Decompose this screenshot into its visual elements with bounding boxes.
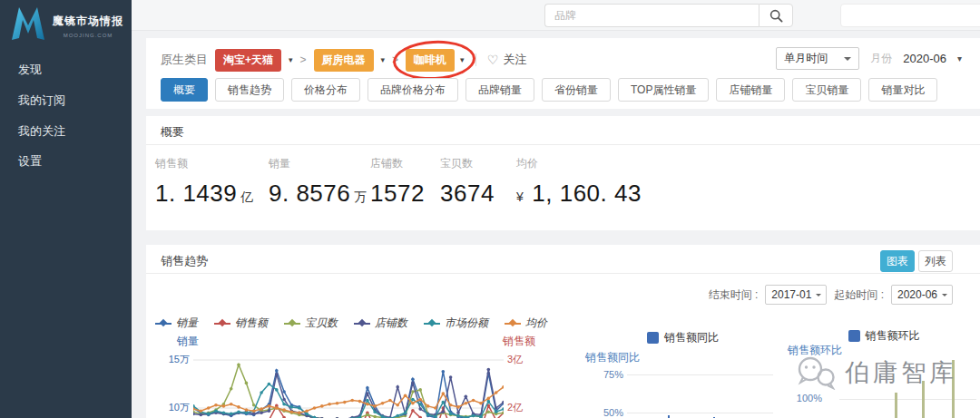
search-input[interactable] bbox=[544, 4, 759, 27]
tab-province-sales[interactable]: 省份销量 bbox=[542, 78, 611, 102]
chevron-down-icon[interactable]: ▾ bbox=[381, 55, 386, 64]
follow-label: 关注 bbox=[503, 52, 526, 68]
chevron-down-icon[interactable]: ▾ bbox=[460, 55, 465, 64]
app-subtitle: MOOJING.COM bbox=[53, 33, 123, 38]
breadcrumb-separator: > bbox=[392, 53, 398, 66]
time-controls: 单月时间 月份 2020-06 ▾ bbox=[776, 47, 962, 70]
summary-header: 概要 bbox=[146, 116, 980, 145]
right-axis-title: 销售额 bbox=[503, 334, 535, 349]
vertical-divider bbox=[475, 53, 476, 66]
yuan-symbol: ¥ bbox=[516, 190, 524, 204]
sidebar-item-subscriptions[interactable]: 我的订阅 bbox=[18, 92, 65, 109]
trend-title: 销售趋势 bbox=[161, 253, 208, 269]
search-group bbox=[544, 4, 793, 27]
month-label: 月份 bbox=[870, 51, 892, 66]
sidebar-item-settings[interactable]: 设置 bbox=[18, 153, 42, 170]
list-view-button[interactable]: 列表 bbox=[918, 250, 953, 272]
trend-panel: 销售趋势 图表 列表 结束时间 : 2017-01 起始时间 : 2020-06… bbox=[146, 245, 980, 418]
tab-price-distribution[interactable]: 价格分布 bbox=[291, 78, 360, 102]
yoy-chart[interactable]: 销售额同比 销售额同比 75% 50% bbox=[585, 316, 780, 418]
breadcrumb-separator: > bbox=[300, 53, 307, 66]
tab-item-sales[interactable]: 宝贝销量 bbox=[792, 78, 861, 102]
left-axis-title: 销量 bbox=[177, 334, 199, 349]
category-type-label: 原生类目 bbox=[161, 52, 208, 68]
line-diamond-marker-icon bbox=[424, 319, 440, 327]
app-logo[interactable]: 魔镜市场情报 MOOJING.COM bbox=[9, 4, 123, 44]
right-axis-tick: 2亿 bbox=[507, 401, 534, 414]
platform-badge[interactable]: 淘宝+天猫 bbox=[215, 49, 281, 72]
trend-plot[interactable] bbox=[193, 350, 504, 418]
end-time-label: 结束时间 : bbox=[709, 287, 759, 303]
trend-chart[interactable]: 销量 销售额 宝贝数 店铺数 市场份额 均价 销量 销售额 15万 10万 3亿… bbox=[155, 316, 554, 418]
summary-stats: 销售额 1. 1439亿 销量 9. 8576万 店铺数 1572 宝贝数 36… bbox=[155, 156, 651, 208]
trend-header: 销售趋势 图表 列表 bbox=[146, 245, 980, 274]
legend-item-sales-amount[interactable]: 销售额 bbox=[214, 316, 268, 331]
filter-panel: 原生类目 淘宝+天猫 ▾ > 厨房电器 ▾ > 咖啡机 ▾ ♡ 关注 单月时间 … bbox=[146, 38, 980, 109]
left-axis-tick: 15万 bbox=[162, 353, 190, 366]
charts-area: 销量 销售额 宝贝数 店铺数 市场份额 均价 销量 销售额 15万 10万 3亿… bbox=[155, 316, 980, 418]
line-diamond-marker-icon bbox=[354, 319, 370, 327]
category-badge[interactable]: 厨房电器 bbox=[314, 49, 374, 72]
trend-legend: 销量 销售额 宝贝数 店铺数 市场份额 均价 bbox=[155, 316, 547, 331]
logo-m-icon bbox=[9, 4, 47, 44]
app-title: 魔镜市场情报 bbox=[53, 14, 123, 29]
stat-sales-amount: 销售额 1. 1439亿 bbox=[155, 156, 269, 208]
tab-brand-sales[interactable]: 品牌销量 bbox=[466, 78, 534, 102]
left-axis-tick: 10万 bbox=[162, 401, 190, 414]
month-value[interactable]: 2020-06 bbox=[903, 52, 946, 65]
right-axis-tick: 3亿 bbox=[507, 353, 534, 366]
topbar-secondary-box[interactable] bbox=[840, 4, 980, 27]
end-time-select[interactable]: 2017-01 bbox=[765, 285, 827, 305]
tab-overview[interactable]: 概要 bbox=[161, 78, 208, 102]
watermark-text: 伯庸智库 bbox=[845, 356, 957, 389]
chevron-down-icon[interactable]: ▾ bbox=[289, 55, 293, 64]
yoy-bars bbox=[627, 316, 771, 418]
search-button[interactable] bbox=[759, 4, 793, 27]
mom-tick: 100% bbox=[791, 393, 822, 403]
tab-sales-compare[interactable]: 销量对比 bbox=[868, 78, 937, 102]
line-diamond-marker-icon bbox=[505, 319, 521, 327]
sidebar-item-follows[interactable]: 我的关注 bbox=[18, 123, 65, 140]
tab-top-attribute-sales[interactable]: TOP属性销量 bbox=[618, 78, 709, 102]
tab-shop-sales[interactable]: 店铺销量 bbox=[716, 78, 785, 102]
date-range-controls: 结束时间 : 2017-01 起始时间 : 2020-06 bbox=[709, 285, 953, 305]
stat-average-price: 均价 ¥1, 160. 43 bbox=[516, 156, 651, 208]
legend-item-item-count[interactable]: 宝贝数 bbox=[284, 316, 338, 331]
wechat-chat-bubbles-icon bbox=[795, 355, 837, 390]
mom-chart[interactable]: 销售额环比 销售额环比 100% 伯庸智库 bbox=[788, 316, 980, 418]
tab-sales-trend[interactable]: 销售趋势 bbox=[215, 78, 284, 102]
legend-item-sales-volume[interactable]: 销量 bbox=[155, 316, 198, 331]
heart-outline-icon: ♡ bbox=[487, 53, 499, 67]
stat-sales-volume: 销量 9. 8576万 bbox=[269, 156, 370, 208]
line-diamond-marker-icon bbox=[284, 319, 300, 327]
summary-title: 概要 bbox=[161, 124, 184, 141]
legend-item-market-share[interactable]: 市场份额 bbox=[424, 316, 488, 331]
chevron-down-icon[interactable]: ▾ bbox=[957, 53, 962, 63]
chart-view-button[interactable]: 图表 bbox=[880, 250, 915, 272]
legend-item-shop-count[interactable]: 店铺数 bbox=[354, 316, 407, 331]
yoy-tick: 50% bbox=[593, 407, 623, 418]
topbar bbox=[132, 0, 980, 31]
line-diamond-marker-icon bbox=[214, 319, 230, 327]
stat-shop-count: 店铺数 1572 bbox=[370, 156, 440, 208]
legend-item-avg-price[interactable]: 均价 bbox=[505, 316, 547, 331]
report-tabs: 概要 销售趋势 价格分布 品牌价格分布 品牌销量 省份销量 TOP属性销量 店铺… bbox=[161, 78, 937, 102]
start-time-select[interactable]: 2020-06 bbox=[891, 285, 953, 305]
sidebar-item-discover[interactable]: 发现 bbox=[18, 62, 42, 78]
summary-panel: 概要 销售额 1. 1439亿 销量 9. 8576万 店铺数 1572 宝贝数… bbox=[146, 116, 980, 230]
subcategory-badge-wrap: 咖啡机 ▾ bbox=[406, 49, 465, 72]
start-time-label: 起始时间 : bbox=[834, 287, 884, 303]
watermark: 伯庸智库 bbox=[795, 355, 957, 390]
tab-brand-price-distribution[interactable]: 品牌价格分布 bbox=[368, 78, 458, 102]
main-content: 原生类目 淘宝+天猫 ▾ > 厨房电器 ▾ > 咖啡机 ▾ ♡ 关注 单月时间 … bbox=[132, 31, 980, 418]
time-mode-select[interactable]: 单月时间 bbox=[776, 47, 859, 70]
sidebar: 魔镜市场情报 MOOJING.COM 发现 我的订阅 我的关注 设置 bbox=[0, 0, 132, 418]
subcategory-badge[interactable]: 咖啡机 bbox=[406, 49, 455, 72]
view-toggle: 图表 列表 bbox=[880, 250, 953, 272]
follow-button[interactable]: ♡ 关注 bbox=[487, 52, 527, 68]
stat-item-count: 宝贝数 3674 bbox=[440, 156, 516, 208]
line-diamond-marker-icon bbox=[155, 319, 172, 327]
search-icon bbox=[769, 9, 783, 23]
yoy-tick: 75% bbox=[593, 369, 623, 380]
breadcrumb: 原生类目 淘宝+天猫 ▾ > 厨房电器 ▾ > 咖啡机 ▾ ♡ 关注 bbox=[161, 47, 753, 73]
